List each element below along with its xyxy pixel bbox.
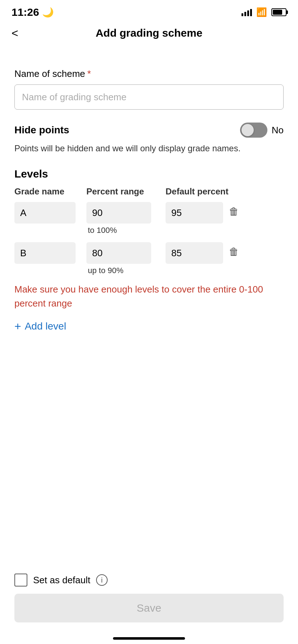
trash-icon: 🗑 bbox=[229, 246, 239, 257]
status-time: 11:26 🌙 bbox=[12, 6, 54, 18]
delete-row-a-button[interactable]: 🗑 bbox=[229, 202, 239, 217]
save-button[interactable]: Save bbox=[14, 594, 284, 622]
table-row: to 100% 🗑 bbox=[14, 202, 284, 235]
trash-icon: 🗑 bbox=[229, 206, 239, 217]
header: < Add grading scheme bbox=[0, 22, 298, 45]
name-section: Name of scheme * bbox=[14, 68, 284, 110]
percent-range-cell-a: to 100% bbox=[86, 202, 166, 235]
delete-row-b-button[interactable]: 🗑 bbox=[229, 242, 239, 258]
set-as-default-label: Set as default bbox=[33, 575, 90, 586]
default-percent-input-b[interactable] bbox=[166, 242, 223, 264]
hide-points-section: Hide points No Points will be hidden and… bbox=[14, 123, 284, 155]
hide-points-description: Points will be hidden and we will only d… bbox=[14, 142, 284, 155]
plus-icon: + bbox=[14, 321, 21, 332]
col-percent-range-header: Percent range bbox=[86, 186, 166, 197]
status-icons: 📶 bbox=[241, 7, 286, 17]
range-label-a: to 100% bbox=[86, 226, 166, 235]
col-default-percent-header: Default percent bbox=[166, 186, 284, 197]
required-star: * bbox=[87, 68, 91, 79]
warning-message: Make sure you have enough levels to cove… bbox=[14, 282, 284, 310]
main-content: Name of scheme * Hide points No Points w… bbox=[0, 45, 298, 343]
default-percent-cell-b: 🗑 bbox=[166, 242, 284, 264]
range-label-b: up to 90% bbox=[86, 266, 166, 275]
moon-icon: 🌙 bbox=[42, 7, 54, 18]
hide-points-label: Hide points bbox=[14, 124, 69, 136]
grade-name-input-b[interactable] bbox=[14, 242, 76, 264]
toggle-knob bbox=[241, 124, 254, 136]
percent-range-cell-b: up to 90% bbox=[86, 242, 166, 275]
grade-name-input-a[interactable] bbox=[14, 202, 76, 224]
wifi-icon: 📶 bbox=[256, 7, 267, 17]
scheme-name-input[interactable] bbox=[14, 84, 284, 110]
time-display: 11:26 bbox=[12, 6, 39, 18]
info-icon[interactable]: i bbox=[96, 574, 108, 586]
toggle-container: No bbox=[240, 123, 284, 138]
percent-range-input-a[interactable] bbox=[86, 202, 151, 224]
battery-icon bbox=[271, 8, 286, 16]
levels-title: Levels bbox=[14, 168, 284, 180]
levels-section: Levels Grade name Percent range Default … bbox=[14, 168, 284, 332]
name-label: Name of scheme * bbox=[14, 68, 284, 79]
bottom-area: Set as default i Save bbox=[0, 574, 298, 622]
grade-name-cell-b bbox=[14, 242, 86, 264]
home-indicator bbox=[113, 637, 185, 640]
hide-points-toggle[interactable] bbox=[240, 123, 267, 138]
add-level-button[interactable]: + Add level bbox=[14, 321, 66, 332]
percent-range-input-b[interactable] bbox=[86, 242, 151, 264]
levels-header: Grade name Percent range Default percent bbox=[14, 186, 284, 197]
default-percent-input-a[interactable] bbox=[166, 202, 223, 224]
add-level-label: Add level bbox=[25, 321, 66, 332]
grade-name-cell-a bbox=[14, 202, 86, 224]
toggle-state-label: No bbox=[272, 125, 284, 136]
back-button[interactable]: < bbox=[12, 27, 18, 39]
col-grade-name-header: Grade name bbox=[14, 186, 86, 197]
signal-icon bbox=[241, 8, 252, 16]
set-as-default-checkbox[interactable] bbox=[14, 574, 27, 586]
page-title: Add grading scheme bbox=[96, 27, 203, 39]
table-row: up to 90% 🗑 bbox=[14, 242, 284, 275]
hide-points-row: Hide points No bbox=[14, 123, 284, 138]
default-percent-cell-a: 🗑 bbox=[166, 202, 284, 224]
status-bar: 11:26 🌙 📶 bbox=[0, 0, 298, 22]
set-as-default-row: Set as default i bbox=[14, 574, 284, 586]
